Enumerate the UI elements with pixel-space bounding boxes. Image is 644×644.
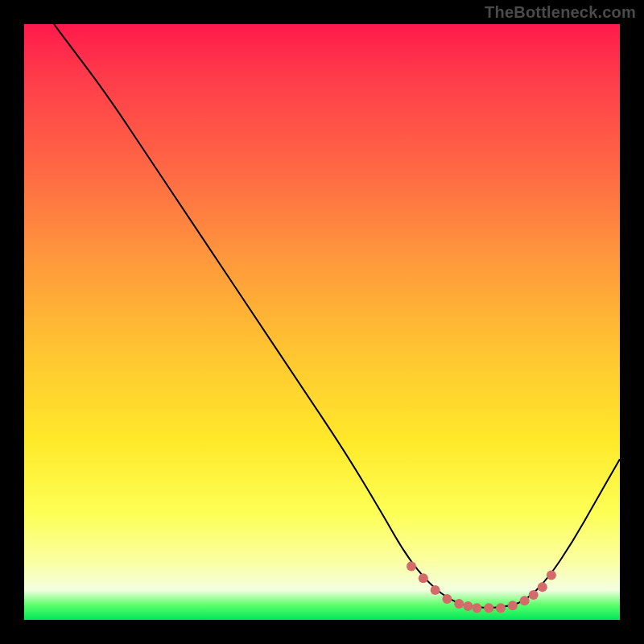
optimal-marker — [442, 594, 452, 604]
optimal-marker — [419, 573, 428, 583]
bottleneck-chart — [0, 0, 644, 644]
optimal-marker — [431, 585, 440, 595]
optimal-marker — [407, 561, 416, 571]
optimal-marker — [484, 603, 493, 613]
optimal-marker — [520, 596, 530, 605]
optimal-marker — [472, 603, 481, 613]
watermark-text: TheBottleneck.com — [485, 3, 636, 22]
chart-frame: TheBottleneck.com — [0, 0, 644, 644]
optimal-marker — [529, 590, 539, 600]
optimal-marker — [463, 601, 473, 611]
optimal-marker — [496, 603, 506, 613]
optimal-marker — [538, 582, 547, 592]
optimal-marker — [547, 571, 556, 580]
optimal-marker — [508, 601, 518, 610]
optimal-marker — [454, 599, 464, 609]
plot-background — [24, 24, 620, 620]
